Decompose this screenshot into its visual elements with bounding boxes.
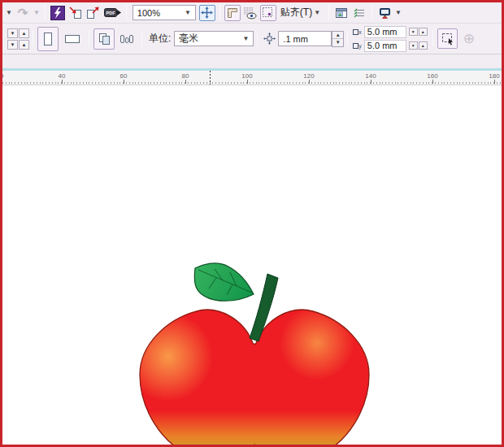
ruler-major-tick	[371, 80, 371, 84]
ruler-label: 40	[59, 72, 66, 80]
options-button[interactable]	[333, 5, 350, 21]
duplicate-x-spinner: ▼ ▲	[409, 28, 428, 36]
duplicate-x-row: x 5.0 mm ▼ ▲	[353, 25, 428, 38]
duplicate-x-value: 5.0 mm	[367, 27, 398, 37]
zoom-level-value: 100%	[137, 8, 160, 18]
snap-to-grid-button[interactable]	[260, 5, 276, 21]
show-rulers-button[interactable]	[224, 5, 241, 21]
customize-lines-icon	[353, 7, 366, 19]
duplicate-y-down-button[interactable]: ▼	[409, 41, 418, 50]
units-label: 单位:	[149, 32, 171, 46]
duplicate-y-icon: y	[353, 43, 362, 49]
nudge-spinner: ▲ ▼	[332, 31, 344, 47]
horizontal-ruler[interactable]: 20406080100120140160180	[2, 71, 502, 85]
toolbar-gap-band	[2, 54, 502, 68]
separator	[432, 31, 433, 46]
four-way-arrows-icon	[201, 7, 213, 19]
page-height-down-button[interactable]: ▼	[7, 40, 18, 50]
duplicate-x-down-button[interactable]: ▼	[409, 28, 418, 36]
customize-button[interactable]	[351, 5, 367, 21]
duplicate-y-value: 5.0 mm	[367, 41, 398, 50]
grid-eye-icon	[243, 7, 257, 20]
page-bars-icon	[119, 33, 134, 45]
drawing-canvas[interactable]	[2, 85, 502, 445]
page-height-up-button[interactable]: ▲	[19, 40, 29, 50]
nudge-down-button[interactable]: ▼	[332, 39, 343, 46]
page-height-spinner: ▼ ▲	[7, 40, 29, 50]
undo-dropdown-icon[interactable]: ▼	[6, 9, 12, 16]
show-grid-button[interactable]	[242, 5, 259, 21]
treat-as-filled-icon	[441, 32, 454, 46]
separator	[347, 31, 348, 46]
svg-text:PDF: PDF	[106, 11, 115, 15]
duplicate-x-input[interactable]: 5.0 mm	[364, 26, 406, 38]
export-icon	[86, 6, 100, 20]
export-button[interactable]	[85, 5, 102, 21]
apple-drawing[interactable]	[122, 245, 390, 447]
options-dialog-icon	[335, 7, 348, 19]
separator	[328, 5, 329, 20]
separator	[126, 5, 127, 20]
ruler-major-tick	[432, 80, 433, 84]
duplicate-x-icon: x	[353, 29, 362, 35]
import-icon	[68, 6, 82, 20]
snap-grid-icon	[262, 7, 274, 19]
page-width-spinner: ▼ ▲	[7, 28, 29, 38]
nudge-offset-input[interactable]: .1 mm	[278, 31, 332, 46]
separator	[45, 5, 46, 20]
separator	[257, 31, 258, 46]
ruler-label: 100	[241, 72, 252, 80]
ruler-major-tick	[185, 80, 186, 84]
overlapping-pages-icon	[98, 32, 111, 46]
duplicate-y-input[interactable]: 5.0 mm	[364, 40, 406, 52]
duplicate-y-up-button[interactable]: ▲	[419, 41, 428, 50]
ruler-minor-ticks	[2, 82, 502, 84]
landscape-orientation-button[interactable]	[60, 27, 85, 51]
ruler-label: 140	[365, 72, 376, 80]
redo-icon: ↷	[18, 6, 28, 20]
set-size-current-page-button[interactable]	[116, 28, 137, 50]
ruler-major-tick	[494, 80, 495, 84]
standard-toolbar: ▼ ↷ ▼ PDF	[2, 2, 502, 24]
ruler-icon	[226, 7, 239, 20]
ruler-label: 120	[303, 72, 314, 80]
snap-to-menu-button[interactable]: 贴齐(T) ▼	[277, 5, 325, 21]
set-size-all-pages-button[interactable]	[93, 28, 115, 50]
portrait-orientation-button[interactable]	[37, 27, 59, 51]
zoom-level-combobox[interactable]: 100% ▼	[133, 5, 196, 20]
page-width-up-button[interactable]: ▲	[19, 28, 29, 38]
nudge-up-button[interactable]: ▲	[332, 32, 343, 40]
ruler-major-tick	[62, 80, 63, 84]
zoom-to-fit-button[interactable]	[199, 5, 215, 21]
redo-button[interactable]: ↷	[15, 5, 31, 21]
app-window: ▼ ↷ ▼ PDF	[0, 0, 504, 447]
zoom-dropdown-icon: ▼	[185, 9, 191, 16]
presentation-board-icon	[378, 7, 392, 20]
separator	[371, 5, 372, 20]
units-dropdown-icon: ▼	[242, 35, 249, 42]
welcome-dropdown-icon[interactable]: ▼	[395, 9, 402, 16]
units-combobox[interactable]: 毫米 ▼	[174, 31, 254, 46]
separator	[141, 31, 142, 46]
welcome-screen-button[interactable]	[376, 5, 393, 21]
duplicate-x-up-button[interactable]: ▲	[419, 28, 428, 36]
apple-leaf[interactable]	[194, 263, 254, 301]
ruler-cursor-mark	[210, 71, 211, 85]
page-width-down-button[interactable]: ▼	[7, 28, 18, 38]
lightning-icon	[53, 7, 63, 19]
application-launcher-icon[interactable]	[50, 6, 65, 20]
ruler-major-tick	[124, 80, 124, 84]
ruler-label: 80	[182, 72, 189, 80]
ruler-major-tick	[247, 80, 248, 84]
duplicate-y-spinner: ▼ ▲	[409, 41, 428, 50]
redo-dropdown-icon[interactable]: ▼	[33, 9, 40, 16]
property-bar: ▼ ▲ ▼ ▲	[2, 24, 502, 54]
separator	[33, 31, 33, 46]
apple-shading	[122, 294, 382, 447]
pdf-icon: PDF	[104, 7, 121, 19]
import-button[interactable]	[67, 5, 84, 21]
units-value: 毫米	[179, 32, 198, 46]
treat-as-filled-button[interactable]	[437, 28, 458, 49]
publish-pdf-button[interactable]: PDF	[103, 5, 122, 21]
snap-to-label: 贴齐(T)	[280, 6, 312, 20]
